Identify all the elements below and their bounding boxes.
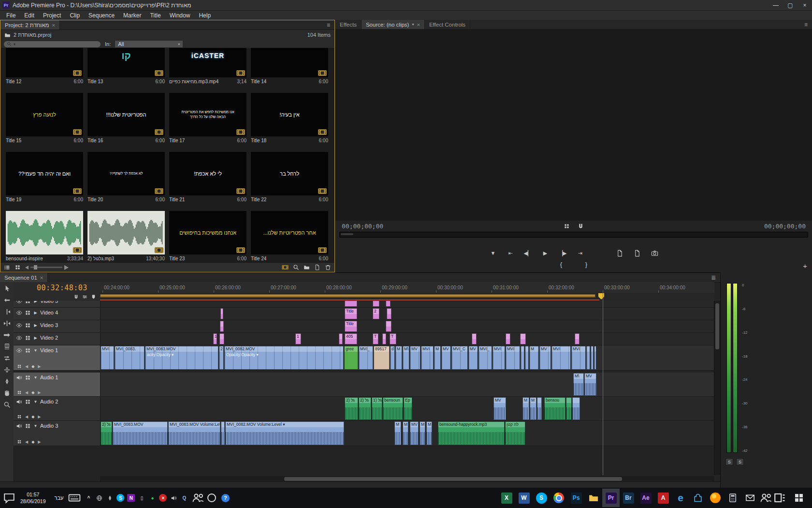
mark-out-button[interactable]: }	[581, 261, 592, 268]
prev-keyframe-icon[interactable]: ◀	[25, 364, 28, 369]
automate-to-sequence-button[interactable]	[282, 265, 289, 270]
clip[interactable]: d	[390, 346, 395, 370]
collapse-track-icon[interactable]: ▼	[33, 375, 38, 380]
clip[interactable]: M	[434, 346, 441, 370]
clip[interactable]: bensound-happyrock.mp3	[438, 421, 505, 445]
pen-tool[interactable]	[3, 378, 11, 385]
rolling-edit-tool[interactable]	[3, 320, 11, 327]
clip[interactable]	[382, 333, 386, 344]
close-icon[interactable]: ×	[40, 275, 43, 281]
ripple-edit-tool[interactable]	[3, 308, 11, 315]
clip[interactable]: MVI_	[478, 346, 492, 370]
next-keyframe-icon[interactable]: ▶	[38, 415, 41, 419]
clip[interactable]: MV	[441, 346, 451, 370]
clip[interactable]: M\	[573, 373, 584, 396]
add-keyframe-icon[interactable]: ◆	[31, 390, 34, 395]
clip[interactable]	[594, 346, 596, 370]
prev-keyframe-icon[interactable]: ◀	[25, 440, 28, 444]
clip[interactable]	[339, 333, 343, 344]
clip[interactable]: MVI_C	[451, 346, 468, 370]
clip[interactable]: 1) גל	[372, 397, 382, 420]
clip[interactable]: MVI	[421, 346, 434, 370]
task-view-icon[interactable]	[773, 490, 786, 506]
project-item[interactable]: Title 126:00	[6, 48, 83, 84]
clip[interactable]: MVI_	[359, 346, 373, 370]
project-item[interactable]: אנו ממשיכות לחפש את הפטריוטית הבאה שלנו …	[169, 93, 246, 143]
clip[interactable]: M	[403, 421, 408, 445]
maximize-button[interactable]: ▢	[783, 0, 798, 10]
zoom-groove[interactable]	[30, 267, 62, 268]
project-item[interactable]: הפטריוטית שלנו!!!Title 166:00	[87, 93, 165, 143]
usb-tray-icon[interactable]: ▯	[138, 494, 145, 502]
clip[interactable]: 2	[219, 346, 224, 370]
collapse-track-icon[interactable]: ▼	[33, 348, 38, 353]
zoom-in-icon[interactable]	[64, 265, 69, 270]
clip[interactable]	[575, 333, 580, 344]
clip[interactable]: MVI	[101, 346, 114, 370]
track-header-video-4[interactable]: ▶Video 4	[14, 308, 101, 320]
filter-dropdown[interactable]: All ▾	[115, 40, 183, 48]
track-header-audio-1[interactable]: ▼Audio 1◀◆▶	[14, 373, 101, 396]
tab-effect-controls[interactable]: Effect Controls	[425, 20, 470, 29]
track-lane-audio-3[interactable]: 2) גלMVI_0083.MOVMVI_0083.MOV Volume:Lev…	[101, 421, 714, 446]
next-keyframe-icon[interactable]: ▶	[38, 364, 41, 369]
project-item[interactable]: ואם זה יהיה חד פעמי??Title 196:00	[6, 152, 83, 202]
clip[interactable]: Title	[345, 308, 357, 319]
taskbar-clock[interactable]: 01:57 28/06/2019	[16, 491, 50, 505]
expand-track-icon[interactable]: ▶	[33, 301, 38, 303]
clip[interactable]	[521, 346, 524, 370]
clip[interactable]	[591, 346, 594, 370]
close-button[interactable]: ×	[798, 0, 812, 10]
new-bin-button[interactable]	[304, 264, 310, 270]
tab-project[interactable]: Project: 2 מאוחדת ×	[0, 20, 60, 30]
clip[interactable]: bensou	[544, 397, 566, 420]
minimize-button[interactable]: —	[768, 0, 783, 10]
work-area-bar[interactable]	[100, 294, 595, 298]
clip-effect-badge[interactable]: Opacity:Opacity ▾	[225, 352, 343, 358]
prev-keyframe-icon[interactable]: ◀	[25, 415, 28, 419]
clip[interactable]: bensoun	[383, 397, 403, 420]
selection-tool[interactable]	[3, 285, 11, 292]
clip[interactable]: MV	[493, 397, 506, 420]
action-center-icon[interactable]	[3, 490, 15, 506]
collapse-track-icon[interactable]: ▼	[33, 400, 38, 404]
clip[interactable]	[220, 308, 223, 319]
clip[interactable]	[221, 421, 225, 445]
clip[interactable]	[472, 333, 477, 344]
track-header-video-5[interactable]: ▶Video 5	[14, 301, 101, 307]
solo-right-button[interactable]: S	[736, 458, 744, 465]
clip[interactable]: 2) גל	[101, 421, 112, 445]
close-icon[interactable]: ×	[417, 22, 420, 28]
project-item[interactable]: 2) גלגול.mp313;40;30	[87, 211, 165, 261]
list-view-button[interactable]	[4, 264, 10, 270]
cortana-icon[interactable]	[205, 490, 218, 506]
zoom-tool[interactable]	[3, 401, 11, 408]
quick-assist-tray-icon[interactable]: Q	[180, 494, 188, 502]
track-lane-video-2[interactable]: 11405TT	[101, 333, 714, 345]
clip[interactable]: 1	[213, 333, 217, 344]
time-ruler[interactable]: 00:24:00:0000:25:00:0000:26:00:0000:27:0…	[100, 282, 714, 293]
project-items-area[interactable]: Title 126:00קוTitle 136:00iCASTERמחיאות …	[1, 48, 334, 263]
word-icon[interactable]: W	[515, 489, 533, 507]
next-keyframe-icon[interactable]: ▶	[38, 390, 41, 395]
after-effects-icon[interactable]: Ae	[637, 489, 654, 507]
collapse-track-icon[interactable]: ▼	[33, 424, 38, 428]
rate-stretch-tool[interactable]	[3, 331, 11, 339]
clip[interactable]: MVI_0082.MOV Volume:Level ▾	[225, 421, 344, 445]
clip[interactable]	[386, 321, 392, 332]
clip[interactable]: MVI_0083.	[115, 346, 145, 370]
people-icon[interactable]	[192, 490, 204, 506]
menu-project[interactable]: Project	[39, 12, 65, 19]
clip[interactable]: M	[395, 346, 402, 370]
clip[interactable]: 89517	[374, 346, 390, 370]
expand-track-icon[interactable]: ▶	[33, 311, 38, 315]
timeline-settings-icon[interactable]	[82, 294, 87, 299]
clip[interactable]	[525, 346, 529, 370]
clip[interactable]: 1	[295, 333, 301, 344]
play-button[interactable]: ▶	[539, 248, 551, 258]
clip[interactable]: MVI	[493, 346, 505, 370]
expand-track-icon[interactable]: ▶	[33, 336, 38, 340]
menu-edit[interactable]: Edit	[20, 12, 39, 19]
edge-icon[interactable]: e	[672, 489, 689, 507]
clip[interactable]	[520, 333, 526, 344]
